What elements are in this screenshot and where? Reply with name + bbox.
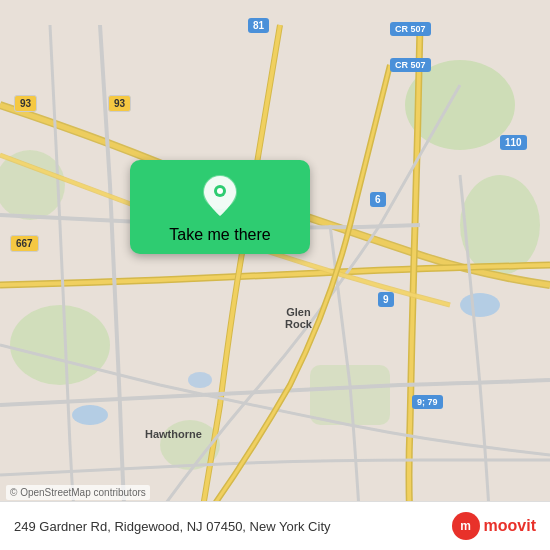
address-text: 249 Gardner Rd, Ridgewood, NJ 07450, New…: [14, 519, 452, 534]
moovit-icon: m: [452, 512, 480, 540]
hawthorne-label: Hawthorne: [145, 428, 202, 440]
svg-point-12: [217, 188, 223, 194]
map-attribution: © OpenStreetMap contributors: [6, 485, 150, 500]
svg-point-3: [10, 305, 110, 385]
route-badge-93b: 93: [108, 95, 131, 112]
route-badge-cr507b: CR 507: [390, 58, 431, 72]
route-badge-6: 6: [370, 192, 386, 207]
map-container: 81 93 93 6 9 667 110 CR 507 CR 507 9; 79…: [0, 0, 550, 550]
location-pin-icon: [202, 174, 238, 218]
svg-point-7: [460, 293, 500, 317]
take-me-there-label: Take me there: [169, 226, 270, 244]
route-badge-cr507a: CR 507: [390, 22, 431, 36]
map-svg: [0, 0, 550, 550]
route-badge-110: 110: [500, 135, 527, 150]
take-me-there-container: Take me there: [130, 160, 310, 254]
route-badge-93a: 93: [14, 95, 37, 112]
svg-point-9: [188, 372, 212, 388]
glen-rock-label: GlenRock: [285, 306, 312, 330]
route-badge-9: 9: [378, 292, 394, 307]
route-badge-667: 667: [10, 235, 39, 252]
moovit-brand-name: moovit: [484, 517, 536, 535]
bottom-bar: 249 Gardner Rd, Ridgewood, NJ 07450, New…: [0, 501, 550, 550]
route-badge-9-79: 9; 79: [412, 395, 443, 409]
svg-point-8: [72, 405, 108, 425]
moovit-logo: m moovit: [452, 512, 536, 540]
take-me-there-button[interactable]: Take me there: [130, 160, 310, 254]
svg-point-2: [460, 175, 540, 275]
route-badge-81: 81: [248, 18, 269, 33]
